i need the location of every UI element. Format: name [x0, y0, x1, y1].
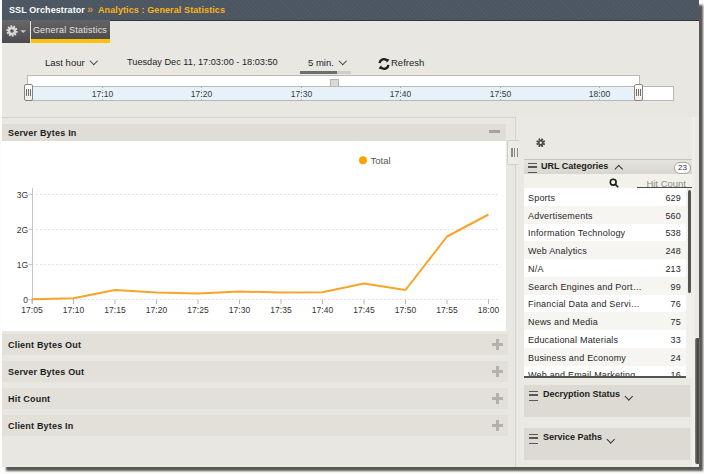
svg-text:1G: 1G: [17, 260, 28, 270]
svg-text:17:10: 17:10: [63, 305, 85, 315]
svg-text:17:55: 17:55: [436, 305, 458, 315]
svg-text:17:45: 17:45: [353, 305, 375, 315]
svg-text:17:15: 17:15: [104, 305, 126, 315]
svg-text:17:25: 17:25: [187, 305, 209, 315]
svg-text:17:05: 17:05: [21, 305, 43, 315]
svg-text:18:00: 18:00: [478, 305, 500, 315]
svg-text:17:20: 17:20: [146, 305, 168, 315]
svg-text:2G: 2G: [17, 225, 28, 235]
svg-text:3G: 3G: [17, 190, 28, 200]
svg-text:17:35: 17:35: [270, 305, 292, 315]
svg-text:17:30: 17:30: [229, 305, 251, 315]
svg-text:0: 0: [23, 295, 28, 305]
svg-text:Total: Total: [371, 155, 391, 166]
svg-text:17:50: 17:50: [395, 305, 417, 315]
svg-text:17:40: 17:40: [312, 305, 334, 315]
